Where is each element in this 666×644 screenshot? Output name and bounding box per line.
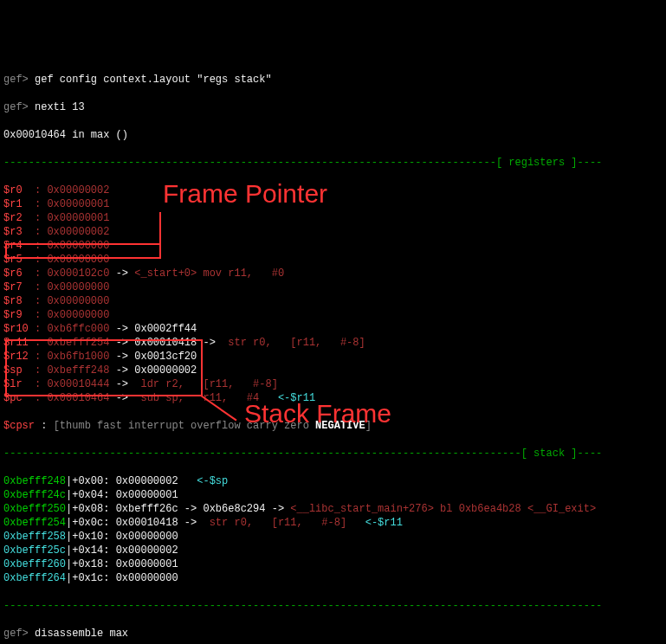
cmd-line-2: gef> nexti 13 (3, 100, 663, 114)
register-line: $r9 : 0x00000000 (3, 308, 663, 322)
stack-header: ----------------------------------------… (3, 447, 663, 460)
stack-line: 0xbefff24c|+0x04: 0x00000001 (3, 488, 663, 502)
frame-pointer-line (159, 212, 161, 247)
stack-line: 0xbefff248|+0x00: 0x00000002 <-$sp (3, 474, 663, 488)
location-line: 0x00010464 in max () (3, 128, 663, 142)
stack-line: 0xbefff258|+0x10: 0x00000000 (3, 530, 663, 544)
terminal-output: { "commands": { "prompt": "gef>", "cmd1"… (3, 17, 663, 644)
register-line: $r7 : 0x00000000 (3, 280, 663, 294)
cmd-line-1: gef> gef config context.layout "regs sta… (3, 73, 663, 87)
disasm-cmd: gef> disassemble max (3, 627, 663, 641)
stack-frame-annotation: Stack Frame (244, 407, 391, 421)
frame-pointer-annotation: Frame Pointer (163, 187, 327, 201)
register-line: $r1 : 0x00000001 (3, 197, 663, 211)
stack-line: 0xbefff254|+0x0c: 0x00010418 -> str r0, … (3, 516, 663, 530)
register-line: $r0 : 0x00000002 (3, 184, 663, 197)
frame-pointer-box (5, 243, 161, 259)
register-line: $r3 : 0x00000002 (3, 225, 663, 239)
register-line: $r8 : 0x00000000 (3, 294, 663, 308)
stack-line: 0xbefff260|+0x18: 0x00000001 (3, 557, 663, 571)
stack-line: 0xbefff264|+0x1c: 0x00000000 (3, 571, 663, 585)
end-dash: ----------------------------------------… (3, 599, 663, 613)
register-line: $r10 : 0xb6ffc000 -> 0x0002ff44 (3, 322, 663, 336)
register-line: $r6 : 0x000102c0 -> <_start+0> mov r11, … (3, 267, 663, 280)
stack-line: 0xbefff25c|+0x14: 0x00000002 (3, 544, 663, 557)
registers-header: ----------------------------------------… (3, 156, 663, 170)
register-line: $r2 : 0x00000001 (3, 211, 663, 225)
stack-line: 0xbefff250|+0x08: 0xbefff26c -> 0xb6e8c2… (3, 502, 663, 516)
stack-frame-box (5, 339, 203, 396)
